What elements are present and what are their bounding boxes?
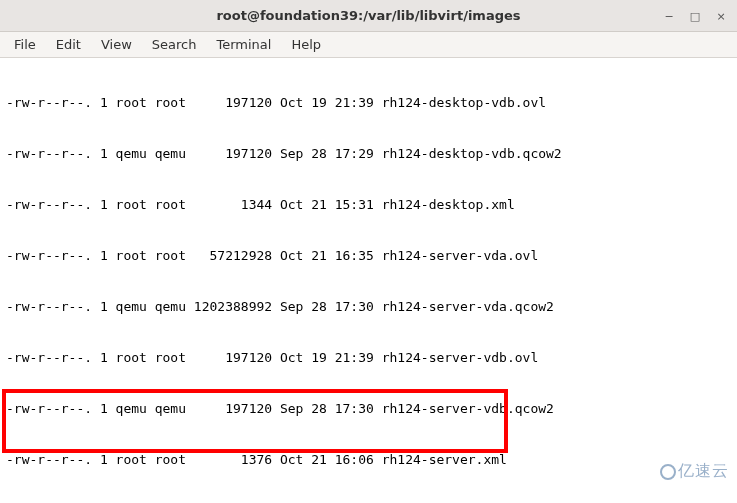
minimize-button[interactable]: − xyxy=(657,4,681,28)
menubar: File Edit View Search Terminal Help xyxy=(0,32,737,58)
terminal-area[interactable]: -rw-r--r--. 1 root root 197120 Oct 19 21… xyxy=(0,58,737,503)
terminal-line: -rw-r--r--. 1 root root 1376 Oct 21 16:0… xyxy=(6,451,731,468)
terminal-line: -rw-r--r--. 1 qemu qemu 197120 Sep 28 17… xyxy=(6,400,731,417)
menu-help[interactable]: Help xyxy=(281,34,331,55)
highlight-box xyxy=(2,389,508,453)
menu-search[interactable]: Search xyxy=(142,34,207,55)
window-title: root@foundation39:/var/lib/libvirt/image… xyxy=(0,8,737,23)
logo-circle-icon xyxy=(660,464,676,480)
watermark-logo: 亿速云 xyxy=(638,445,729,497)
menu-view[interactable]: View xyxy=(91,34,142,55)
watermark-text: 亿速云 xyxy=(678,462,729,479)
terminal-line: -rw-r--r--. 1 root root 57212928 Oct 21 … xyxy=(6,247,731,264)
menu-file[interactable]: File xyxy=(4,34,46,55)
terminal-line: -rw-r--r--. 1 root root 197120 Oct 19 21… xyxy=(6,349,731,366)
terminal-line: -rw-r--r--. 1 qemu qemu 1202388992 Sep 2… xyxy=(6,298,731,315)
terminal-line: -rw-r--r--. 1 root root 1344 Oct 21 15:3… xyxy=(6,196,731,213)
terminal-line: -rw-r--r--. 1 root root 197120 Oct 19 21… xyxy=(6,94,731,111)
window-titlebar: root@foundation39:/var/lib/libvirt/image… xyxy=(0,0,737,32)
window-controls: − □ × xyxy=(657,4,733,28)
close-button[interactable]: × xyxy=(709,4,733,28)
maximize-button[interactable]: □ xyxy=(683,4,707,28)
terminal-line: -rw-r--r--. 1 qemu qemu 197120 Sep 28 17… xyxy=(6,145,731,162)
menu-terminal[interactable]: Terminal xyxy=(206,34,281,55)
menu-edit[interactable]: Edit xyxy=(46,34,91,55)
